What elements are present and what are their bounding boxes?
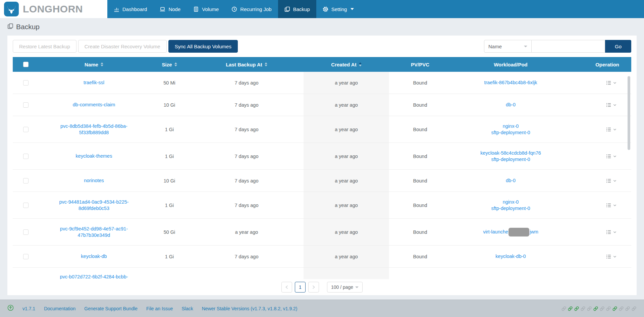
chevron-down-icon	[613, 155, 616, 158]
backup-name-link[interactable]: pvc-9cf9e452-dd98-4e57-ac91-47b7b30e349d	[58, 226, 130, 239]
backup-name-link[interactable]: pvc-8db5d384-fefb-4b5d-86ba-5f33fb889dd8	[58, 123, 130, 136]
row-checkbox[interactable]	[23, 254, 29, 259]
row-actions-button[interactable]	[606, 154, 616, 159]
backup-name-link[interactable]: pvc-94481ad4-0ac9-4534-b225-8d69fdeb0c53	[58, 199, 130, 212]
clock-icon	[231, 6, 237, 12]
backup-name-link[interactable]: pvc-b072d722-6b2f-4284-bcbb-	[60, 274, 128, 279]
restore-latest-backup-button[interactable]: Restore Latest Backup	[13, 40, 76, 53]
search-input[interactable]	[532, 40, 605, 53]
size-value: 10 Gi	[149, 94, 190, 116]
next-page-button[interactable]	[308, 282, 319, 293]
pv-pvc-status: Bound	[389, 116, 451, 143]
row-actions-button[interactable]	[606, 254, 616, 259]
nav-item-recurring-job[interactable]: Recurring Job	[225, 0, 278, 18]
chevron-down-icon	[524, 46, 527, 47]
nav-item-label: Node	[168, 6, 180, 12]
workload-link[interactable]: sftp-deployment-0	[480, 156, 541, 163]
backup-name-link[interactable]: db-comments-claim	[73, 102, 115, 108]
copy-icon	[284, 6, 290, 12]
backup-card: Restore Latest Backup Create Disaster Re…	[7, 36, 637, 295]
row-checkbox[interactable]	[23, 203, 29, 208]
select-all-checkbox[interactable]	[23, 62, 29, 67]
newer-stable-versions-link[interactable]: Newer Stable Versions (v1.7.3, v1.8.2, v…	[202, 306, 298, 311]
size-value: 1 Gi	[149, 192, 190, 218]
page-title: Backup	[16, 23, 40, 31]
workload-link[interactable]: db-0	[506, 102, 516, 108]
backup-page-icon	[7, 23, 13, 31]
backup-name-link[interactable]: keycloak-themes	[76, 153, 112, 159]
created-value: a year ago	[304, 192, 389, 218]
create-disaster-recovery-volume-button[interactable]: Create Disaster Recovery Volume	[78, 40, 167, 53]
workload-link[interactable]: sftp-deployment-0	[491, 129, 530, 136]
table-row: keycloak-db 1 Gi 7 days ago a year ago B…	[13, 246, 631, 268]
last-backup-value: 7 days ago	[190, 72, 304, 94]
chevron-down-icon	[351, 8, 354, 10]
row-checkbox[interactable]	[23, 102, 29, 108]
column-header-workload-pod: Workload/Pod	[451, 62, 570, 67]
sync-all-backup-volumes-button[interactable]: Sync All Backup Volumes	[168, 40, 238, 53]
footer: v1.7.1 Documentation Generate Support Bu…	[0, 300, 644, 317]
row-checkbox[interactable]	[23, 80, 29, 86]
row-actions-button[interactable]	[606, 80, 616, 86]
nav-item-label: Recurring Job	[240, 6, 271, 12]
row-actions-button[interactable]	[606, 178, 616, 183]
workload-link[interactable]: nginx-0	[491, 199, 530, 205]
backup-name-link[interactable]: norinotes	[84, 177, 104, 184]
nav-item-dashboard[interactable]: Dashboard	[107, 0, 153, 18]
row-actions-button[interactable]	[606, 229, 616, 235]
row-checkbox[interactable]	[23, 127, 29, 132]
table-row: pvc-94481ad4-0ac9-4534-b225-8d69fdeb0c53…	[13, 192, 631, 219]
brand-name: LONGHORN	[23, 3, 83, 15]
previous-page-button[interactable]	[281, 282, 292, 293]
version-link[interactable]: v1.7.1	[22, 306, 35, 311]
nav-item-backup[interactable]: Backup	[278, 0, 316, 18]
workload-link[interactable]: nginx-0	[491, 123, 530, 129]
slack-link[interactable]: Slack	[181, 306, 193, 311]
size-value: 50 Mi	[149, 72, 190, 94]
last-backup-value: 7 days ago	[190, 143, 304, 169]
top-nav: LONGHORN Dashboard Node Volume	[0, 0, 644, 18]
chain-link-icon	[625, 306, 630, 311]
workload-link[interactable]: virt-launchejwm	[483, 228, 538, 236]
workload-link[interactable]: db-0	[506, 177, 516, 184]
nav-item-node[interactable]: Node	[153, 0, 187, 18]
vertical-scrollbar[interactable]	[628, 76, 630, 150]
size-value: 10 Gi	[149, 170, 190, 192]
page-size-select[interactable]: 100 / page	[327, 282, 363, 293]
table-row: keycloak-themes 1 Gi 7 days ago a year a…	[13, 143, 631, 170]
backup-name-link[interactable]: traefik-ssl	[84, 80, 104, 86]
backup-name-link[interactable]: keycloak-db	[81, 253, 107, 260]
logo-area[interactable]: LONGHORN	[0, 0, 107, 18]
row-checkbox[interactable]	[23, 178, 29, 183]
workload-link[interactable]: keycloak-58c4cdcb8d-fqn76	[480, 150, 541, 156]
filter-field-select[interactable]: Name	[484, 40, 532, 53]
sort-icon	[101, 62, 103, 66]
file-an-issue-link[interactable]: File an Issue	[146, 306, 173, 311]
column-header-name[interactable]: Name	[39, 62, 149, 67]
row-actions-button[interactable]	[606, 102, 616, 108]
chain-link-icon	[612, 306, 618, 311]
nav-item-label: Setting	[331, 6, 347, 12]
generate-support-bundle-link[interactable]: Generate Support Bundle	[84, 306, 138, 311]
column-header-operation: Operation	[570, 62, 624, 67]
table-body: traefik-ssl 50 Mi 7 days ago a year ago …	[13, 72, 631, 279]
column-header-created-at[interactable]: Created At	[304, 62, 389, 67]
page-number-button[interactable]: 1	[295, 282, 306, 293]
table-row-partial: pvc-b072d722-6b2f-4284-bcbb-	[13, 268, 631, 279]
workload-link[interactable]: traefik-867b4bc4b8-6xljk	[484, 80, 537, 86]
row-actions-button[interactable]	[606, 203, 616, 208]
row-checkbox[interactable]	[23, 154, 29, 159]
nav-item-label: Volume	[202, 6, 219, 12]
documentation-link[interactable]: Documentation	[44, 306, 75, 311]
row-checkbox[interactable]	[23, 229, 29, 235]
nav-item-setting[interactable]: Setting	[316, 0, 361, 18]
go-button[interactable]: Go	[605, 40, 631, 53]
nav-item-volume[interactable]: Volume	[187, 0, 225, 18]
column-header-last-backup-at[interactable]: Last Backup At	[190, 62, 304, 67]
row-actions-button[interactable]	[606, 127, 616, 132]
column-header-size[interactable]: Size	[149, 62, 190, 67]
workload-link[interactable]: keycloak-db-0	[495, 253, 526, 260]
created-value: a year ago	[304, 246, 389, 267]
workload-link[interactable]: sftp-deployment-0	[491, 205, 530, 212]
last-backup-value: 7 days ago	[190, 246, 304, 267]
